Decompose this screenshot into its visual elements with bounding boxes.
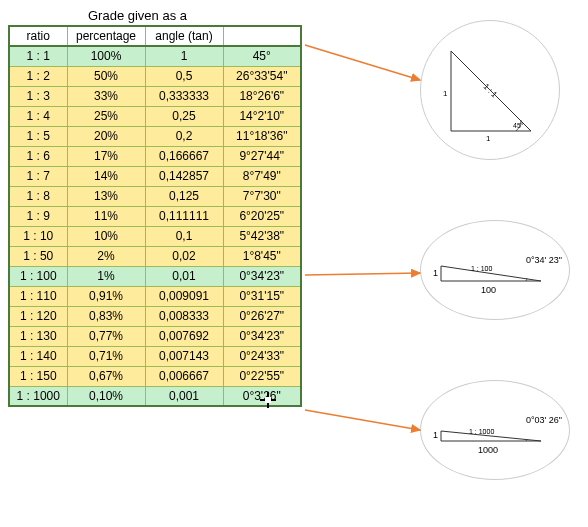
cell-ang: 0°34'23" [223,326,301,346]
cell-ang: 45° [223,46,301,66]
cell-ang: 8°7'49" [223,166,301,186]
cell-ang: 0°26'27" [223,306,301,326]
cell-tan: 0,001 [145,386,223,406]
cell-pct: 14% [67,166,145,186]
cell-ratio: 1 : 1 [9,46,67,66]
cell-ang: 26°33'54" [223,66,301,86]
cell-pct: 0,67% [67,366,145,386]
table-row: 1 : 333%0,33333318°26'6" [9,86,301,106]
d2-side-h: 100 [481,285,496,295]
cell-tan: 0,02 [145,246,223,266]
cell-tan: 0,006667 [145,366,223,386]
cell-tan: 0,01 [145,266,223,286]
cell-ang: 0°24'33" [223,346,301,366]
cell-tan: 0,008333 [145,306,223,326]
cell-ratio: 1 : 9 [9,206,67,226]
cell-tan: 0,009091 [145,286,223,306]
arrow-2 [300,265,430,285]
cell-ratio: 1 : 110 [9,286,67,306]
d2-hyp: 1 : 100 [471,265,493,272]
table-row: 1 : 502%0,021°8'45" [9,246,301,266]
cell-pct: 0,83% [67,306,145,326]
d1-side-h: 1 [486,134,491,143]
table-row: 1 : 1200,83%0,0083330°26'27" [9,306,301,326]
d2-angle: 0°34' 23" [526,255,562,265]
cell-tan: 0,2 [145,126,223,146]
cell-ratio: 1 : 1000 [9,386,67,406]
cell-tan: 0,166667 [145,146,223,166]
cell-tan: 0,007692 [145,326,223,346]
cell-pct: 13% [67,186,145,206]
cell-ratio: 1 : 50 [9,246,67,266]
cell-ratio: 1 : 10 [9,226,67,246]
table-row: 1 : 1300,77%0,0076920°34'23" [9,326,301,346]
d1-side-v: 1 [443,89,448,98]
cell-tan: 0,25 [145,106,223,126]
d3-side-h: 1000 [478,445,498,455]
col-percentage: percentage [67,26,145,46]
cell-pct: 100% [67,46,145,66]
col-angle-tan: angle (tan) [145,26,223,46]
table-row: 1 : 1010%0,15°42'38" [9,226,301,246]
cell-pct: 50% [67,66,145,86]
table-row: 1 : 911%0,1111116°20'25" [9,206,301,226]
cell-ang: 18°26'6" [223,86,301,106]
col-ratio: ratio [9,26,67,46]
cell-ang: 0°31'15" [223,286,301,306]
table-row: 1 : 1100,91%0,0090910°31'15" [9,286,301,306]
arrow-3 [300,405,430,445]
table-row: 1 : 10000,10%0,0010°3'26" [9,386,301,406]
cell-ratio: 1 : 7 [9,166,67,186]
cell-ratio: 1 : 100 [9,266,67,286]
cell-pct: 0,77% [67,326,145,346]
header-row: ratio percentage angle (tan) [9,26,301,46]
cell-ratio: 1 : 120 [9,306,67,326]
cell-pct: 0,71% [67,346,145,366]
cell-pct: 10% [67,226,145,246]
diagram-1-to-1000: 1 1000 1 : 1000 0°03' 26" [420,380,570,480]
cell-tan: 0,5 [145,66,223,86]
diagram-1-to-1: 1 1 1 : 1 45° [420,20,560,160]
table-row: 1 : 1001%0,010°34'23" [9,266,301,286]
table-row: 1 : 250%0,526°33'54" [9,66,301,86]
cell-tan: 0,333333 [145,86,223,106]
cell-tan: 0,111111 [145,206,223,226]
cell-ratio: 1 : 5 [9,126,67,146]
cell-pct: 17% [67,146,145,166]
cell-tan: 0,125 [145,186,223,206]
cell-ang: 6°20'25" [223,206,301,226]
cell-ratio: 1 : 6 [9,146,67,166]
cell-tan: 1 [145,46,223,66]
arrow-1 [300,30,430,90]
cell-ang: 1°8'45" [223,246,301,266]
cell-tan: 0,1 [145,226,223,246]
d3-angle: 0°03' 26" [526,415,562,425]
cell-pct: 0,91% [67,286,145,306]
table-row: 1 : 1100%145° [9,46,301,66]
table-row: 1 : 1500,67%0,0066670°22'55" [9,366,301,386]
svg-line-8 [305,410,420,430]
diagram-1-to-100: 1 100 1 : 100 0°34' 23" [420,220,570,320]
table-row: 1 : 1400,71%0,0071430°24'33" [9,346,301,366]
d1-angle: 45° [513,122,524,129]
table-row: 1 : 425%0,2514°2'10" [9,106,301,126]
table-row: 1 : 714%0,1428578°7'49" [9,166,301,186]
d3-hyp: 1 : 1000 [469,428,494,435]
cell-pct: 25% [67,106,145,126]
col-angle [223,26,301,46]
table-row: 1 : 520%0,211°18'36" [9,126,301,146]
cell-pct: 11% [67,206,145,226]
cell-pct: 0,10% [67,386,145,406]
cell-pct: 1% [67,266,145,286]
cell-ratio: 1 : 140 [9,346,67,366]
cell-ratio: 1 : 4 [9,106,67,126]
d3-side-v: 1 [433,430,438,440]
svg-line-4 [305,45,420,80]
cell-ang: 14°2'10" [223,106,301,126]
table-row: 1 : 617%0,1666679°27'44" [9,146,301,166]
cell-ang: 0°3'26" [223,386,301,406]
cell-ratio: 1 : 150 [9,366,67,386]
cell-ang: 0°22'55" [223,366,301,386]
cell-ang: 0°34'23" [223,266,301,286]
cell-ang: 9°27'44" [223,146,301,166]
